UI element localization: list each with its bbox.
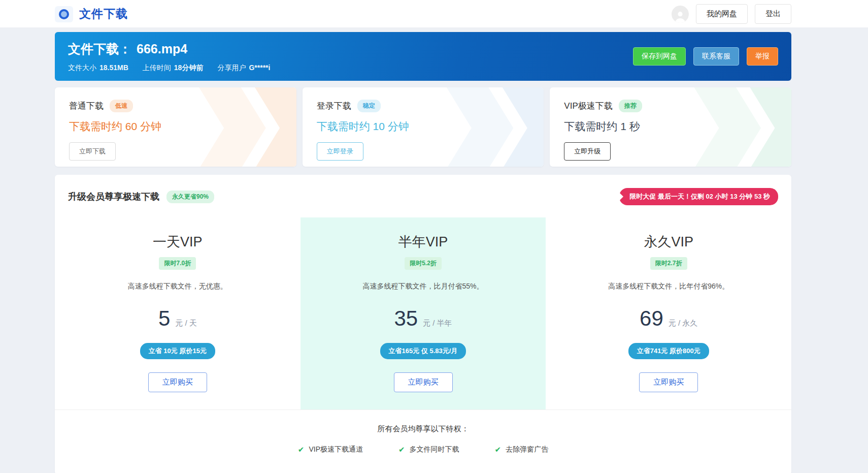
check-icon: ✔	[495, 445, 502, 454]
plan-price: 35 元 / 半年	[316, 306, 531, 331]
price-number: 69	[640, 306, 663, 331]
buy-button[interactable]: 立即购买	[639, 372, 698, 392]
file-banner: 文件下载：666.mp4 文件大小18.51MB 上传时间18分钟前 分享用户G…	[55, 32, 791, 81]
plan-description: 高速多线程下载文件，无优惠。	[70, 282, 285, 291]
file-meta: 文件大小18.51MB 上传时间18分钟前 分享用户G*****i	[68, 64, 270, 73]
option-card-vip: VIP极速下载 推荐 下载需时约 1 秒 立即升级	[550, 87, 791, 167]
file-name: 666.mp4	[137, 42, 187, 56]
plan-name: 半年VIP	[316, 233, 531, 251]
option-title: 普通下载	[69, 100, 104, 112]
option-title: VIP极速下载	[564, 100, 612, 112]
price-unit: 元 / 永久	[669, 319, 698, 328]
plan-discount-badge: 限时7.0折	[159, 257, 196, 270]
save-to-drive-button[interactable]: 保存到网盘	[633, 47, 686, 66]
price-number: 5	[158, 306, 170, 331]
plan-save-pill: 立省741元 原价800元	[628, 343, 709, 359]
plan-card-one-day: 一天VIP 限时7.0折 高速多线程下载文件，无优惠。 5 元 / 天 立省 1…	[55, 217, 301, 409]
logo-icon[interactable]	[55, 6, 73, 22]
plan-price: 69 元 / 永久	[561, 306, 776, 331]
price-number: 35	[394, 306, 418, 331]
plan-card-half-year: 半年VIP 限时5.2折 高速多线程下载文件，比月付省55%。 35 元 / 半…	[301, 217, 546, 409]
download-options: 普通下载 低速 下载需时约 60 分钟 立即下载 登录下载 稳定 下载需时约 1…	[55, 87, 791, 167]
plan-save-pill: 立省165元 仅 5.83元/月	[380, 343, 466, 359]
check-icon: ✔	[398, 445, 405, 454]
price-unit: 元 / 天	[175, 319, 197, 328]
plan-discount-badge: 限时2.7折	[650, 257, 687, 270]
option-badge-stable: 稳定	[357, 100, 381, 112]
option-badge-slow: 低速	[110, 100, 133, 112]
contact-support-button[interactable]: 联系客服	[693, 47, 739, 66]
option-time: 下载需时约 1 秒	[564, 119, 777, 134]
banner-title-prefix: 文件下载：	[68, 42, 131, 56]
option-card-normal: 普通下载 低速 下载需时约 60 分钟 立即下载	[55, 87, 296, 167]
avatar[interactable]	[672, 6, 689, 23]
buy-button[interactable]: 立即购买	[394, 372, 453, 392]
logo-ring	[59, 9, 69, 19]
plan-discount-badge: 限时5.2折	[405, 257, 442, 270]
plan-description: 高速多线程下载文件，比月付省55%。	[316, 282, 531, 291]
buy-button[interactable]: 立即购买	[148, 372, 207, 392]
brand: 文件下载	[55, 6, 128, 22]
user-icon	[674, 10, 687, 23]
plan-card-forever: 永久VIP 限时2.7折 高速多线程下载文件，比年付省96%。 69 元 / 永…	[546, 217, 791, 409]
meta-share-user: 分享用户G*****i	[217, 64, 270, 73]
vip-plans: 一天VIP 限时7.0折 高速多线程下载文件，无优惠。 5 元 / 天 立省 1…	[55, 217, 791, 409]
option-time: 下载需时约 60 分钟	[69, 119, 282, 134]
price-unit: 元 / 半年	[423, 319, 452, 328]
vip-badge: 永久更省90%	[166, 191, 214, 203]
top-bar: 文件下载 我的网盘 登出	[0, 0, 868, 28]
banner-title: 文件下载：666.mp4	[68, 41, 270, 57]
perk-item: ✔VIP极速下载通道	[298, 445, 363, 454]
option-time: 下载需时约 10 分钟	[317, 119, 530, 134]
option-badge-recommended: 推荐	[619, 100, 642, 112]
vip-title: 升级会员尊享极速下载	[68, 191, 159, 203]
login-now-button[interactable]: 立即登录	[317, 142, 363, 161]
vip-perks: 所有会员均尊享以下特权： ✔VIP极速下载通道 ✔多文件同时下载 ✔去除弹窗广告	[55, 409, 791, 457]
plan-save-pill: 立省 10元 原价15元	[140, 343, 215, 359]
logout-button[interactable]: 登出	[755, 4, 791, 24]
my-drive-button[interactable]: 我的网盘	[696, 4, 748, 24]
promo-countdown: 限时大促 最后一天！仅剩 02 小时 13 分钟 53 秒	[619, 188, 778, 205]
plan-name: 一天VIP	[70, 233, 285, 251]
plan-price: 5 元 / 天	[70, 306, 285, 331]
option-title: 登录下载	[317, 100, 351, 112]
option-card-login: 登录下载 稳定 下载需时约 10 分钟 立即登录	[303, 87, 544, 167]
vip-section: 升级会员尊享极速下载 永久更省90% 限时大促 最后一天！仅剩 02 小时 13…	[55, 175, 791, 473]
check-icon: ✔	[298, 445, 305, 454]
plan-description: 高速多线程下载文件，比年付省96%。	[561, 282, 776, 291]
report-button[interactable]: 举报	[747, 47, 778, 66]
perk-item: ✔去除弹窗广告	[495, 445, 549, 454]
top-actions: 我的网盘 登出	[672, 4, 791, 24]
meta-file-size: 文件大小18.51MB	[68, 64, 128, 73]
upgrade-now-button[interactable]: 立即升级	[564, 142, 611, 161]
page-title: 文件下载	[79, 6, 128, 22]
plan-name: 永久VIP	[561, 233, 776, 251]
banner-actions: 保存到网盘 联系客服 举报	[633, 47, 778, 66]
download-now-button[interactable]: 立即下载	[69, 142, 116, 161]
perk-item: ✔多文件同时下载	[398, 445, 459, 454]
perks-title: 所有会员均尊享以下特权：	[68, 424, 778, 434]
meta-upload-time: 上传时间18分钟前	[143, 64, 204, 73]
